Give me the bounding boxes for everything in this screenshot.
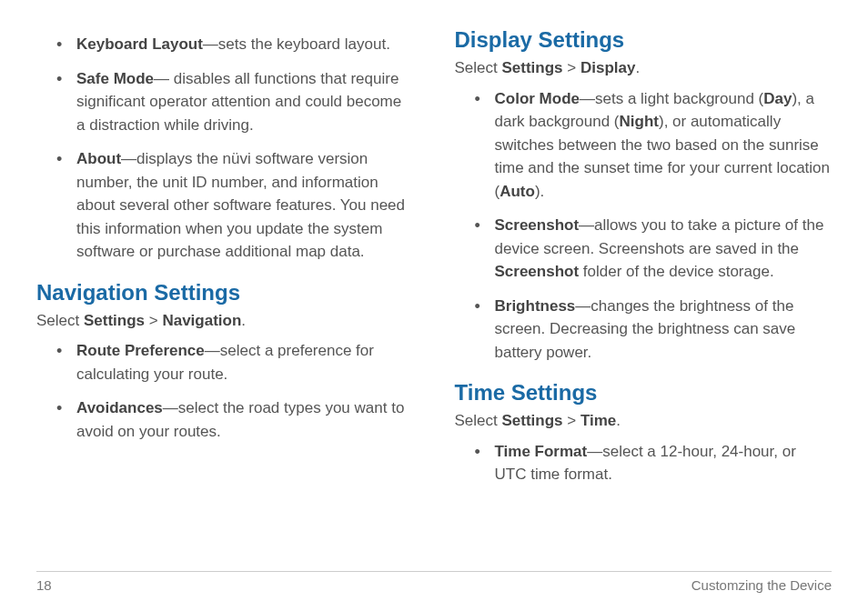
display-breadcrumb: Select Settings > Display. (455, 56, 833, 80)
right-column: Display Settings Select Settings > Displ… (455, 27, 833, 497)
page-number: 18 (36, 577, 52, 593)
content-columns: Keyboard Layout—sets the keyboard layout… (36, 27, 832, 497)
page-footer: 18 Customzing the Device (36, 571, 832, 593)
list-item-color-mode: Color Mode—sets a light background (Day)… (473, 87, 833, 204)
crumb-navigation: Navigation (162, 312, 241, 329)
list-item: Safe Mode— disables all functions that r… (55, 67, 414, 137)
crumb-post: . (635, 59, 640, 76)
crumb-settings: Settings (501, 59, 562, 76)
option-night: Night (620, 113, 659, 130)
seg: —sets a light background ( (580, 90, 763, 107)
time-settings-heading: Time Settings (455, 380, 833, 406)
crumb-sep: > (145, 312, 162, 329)
navigation-bullet-list: Route Preference—select a preference for… (36, 339, 414, 443)
list-item: Time Format—select a 12-hour, 24-hour, o… (473, 440, 833, 486)
time-bullet-list: Time Format—select a 12-hour, 24-hour, o… (455, 440, 833, 486)
option-auto: Auto (500, 183, 535, 200)
term: Time Format (495, 443, 588, 460)
crumb-settings: Settings (84, 312, 145, 329)
list-item-screenshot: Screenshot—allows you to take a picture … (473, 214, 833, 284)
display-settings-heading: Display Settings (455, 27, 833, 53)
item-text: —sets the keyboard layout. (203, 35, 390, 53)
term: Keyboard Layout (76, 35, 203, 53)
option-day: Day (763, 90, 792, 107)
crumb-settings: Settings (501, 412, 562, 429)
crumb-pre: Select (36, 312, 84, 329)
list-item: Avoidances—select the road types you wan… (55, 396, 414, 443)
display-bullet-list: Color Mode—sets a light background (Day)… (455, 87, 833, 365)
seg: ). (535, 183, 544, 200)
term: Route Preference (76, 342, 205, 359)
crumb-post: . (616, 412, 621, 429)
term: Screenshot (495, 216, 580, 234)
list-item: Route Preference—select a preference for… (55, 339, 414, 386)
seg: folder of the device storage. (579, 263, 774, 280)
term: Color Mode (495, 90, 580, 107)
top-bullet-list: Keyboard Layout—sets the keyboard layout… (36, 33, 414, 264)
term: Avoidances (76, 399, 163, 416)
crumb-post: . (241, 312, 246, 329)
navigation-settings-heading: Navigation Settings (36, 280, 414, 306)
term: Safe Mode (76, 70, 154, 87)
navigation-breadcrumb: Select Settings > Navigation. (36, 309, 414, 333)
list-item: About—displays the nüvi software version… (55, 147, 414, 264)
crumb-sep: > (563, 59, 580, 76)
list-item: Keyboard Layout—sets the keyboard layout… (55, 33, 414, 56)
list-item-brightness: Brightness—changes the brightness of the… (473, 295, 833, 365)
crumb-display: Display (580, 59, 635, 76)
crumb-time: Time (580, 412, 616, 429)
crumb-sep: > (563, 412, 580, 429)
time-breadcrumb: Select Settings > Time. (455, 409, 833, 433)
left-column: Keyboard Layout—sets the keyboard layout… (36, 27, 414, 497)
footer-title: Customzing the Device (691, 577, 832, 593)
folder-name: Screenshot (495, 263, 580, 280)
crumb-pre: Select (455, 59, 502, 76)
crumb-pre: Select (455, 412, 502, 429)
item-text: —displays the nüvi software version numb… (76, 150, 405, 260)
term: Brightness (495, 297, 576, 315)
term: About (76, 150, 121, 167)
